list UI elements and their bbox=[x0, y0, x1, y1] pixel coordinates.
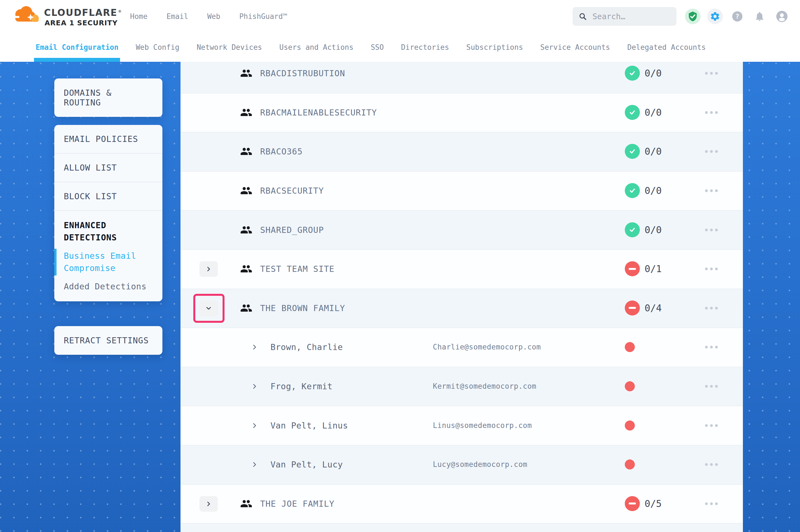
sidebar-item-business-email-compromise[interactable]: Business Email Compromise bbox=[54, 247, 162, 278]
check-icon bbox=[629, 70, 636, 77]
tab-delegated-accounts[interactable]: Delegated Accounts bbox=[627, 33, 706, 62]
collapse-button[interactable] bbox=[199, 301, 218, 316]
sidebar-item-allow-list[interactable]: ALLOW LIST bbox=[54, 154, 162, 182]
tab-web-config[interactable]: Web Config bbox=[136, 33, 179, 62]
minus-icon bbox=[629, 307, 636, 309]
member-email: Linus@somedemocorp.com bbox=[433, 421, 532, 430]
table-row-partial bbox=[181, 524, 743, 532]
group-icon bbox=[240, 185, 252, 197]
group-name: RBACMAILENABLESECURITY bbox=[260, 108, 377, 117]
status-badge-allowed bbox=[625, 222, 640, 238]
member-name: Van Pelt, Linus bbox=[271, 420, 348, 430]
group-icon bbox=[240, 224, 252, 236]
account-button[interactable] bbox=[774, 8, 790, 24]
group-name: TEST TEAM SITE bbox=[260, 264, 334, 274]
status-badge-allowed bbox=[625, 183, 640, 198]
avatar-icon bbox=[776, 10, 788, 22]
member-count: 0/0 bbox=[644, 68, 661, 79]
chevron-right-icon bbox=[251, 344, 258, 350]
row-menu-button[interactable] bbox=[705, 70, 718, 77]
shield-check-icon bbox=[688, 11, 698, 22]
table-row: THE BROWN FAMILY0/4 bbox=[181, 289, 743, 328]
group-icon bbox=[240, 497, 252, 510]
row-menu-button[interactable] bbox=[705, 227, 718, 233]
group-icon bbox=[240, 263, 252, 275]
group-name: RBACO365 bbox=[260, 147, 303, 156]
member-row: Frog, KermitKermit@somedemocorp.com bbox=[181, 367, 743, 406]
sidebar-card-policies: EMAIL POLICIESALLOW LISTBLOCK LISTENHANC… bbox=[54, 125, 162, 301]
tab-users-and-actions[interactable]: Users and Actions bbox=[279, 33, 353, 62]
row-menu-button[interactable] bbox=[705, 344, 718, 350]
expand-button[interactable] bbox=[199, 496, 218, 512]
chevron-right-icon[interactable] bbox=[251, 461, 258, 468]
help-button[interactable]: ? bbox=[729, 8, 745, 24]
sidebar-item-added-detections[interactable]: Added Detections bbox=[54, 278, 162, 301]
sidebar-card-domains: DOMAINS & ROUTING bbox=[54, 78, 162, 117]
tab-directories[interactable]: Directories bbox=[401, 33, 449, 62]
row-menu-button[interactable] bbox=[705, 109, 718, 115]
sidebar-item-block-list[interactable]: BLOCK LIST bbox=[54, 182, 162, 211]
member-count: 0/0 bbox=[644, 146, 661, 157]
expand-button[interactable] bbox=[199, 261, 218, 277]
group-icon bbox=[240, 302, 252, 314]
tab-subscriptions[interactable]: Subscriptions bbox=[466, 33, 523, 62]
row-menu-button[interactable] bbox=[705, 500, 718, 507]
settings-button[interactable] bbox=[707, 8, 723, 24]
status-badge-blocked bbox=[625, 496, 640, 511]
sidebar-item-email-policies[interactable]: EMAIL POLICIES bbox=[54, 125, 162, 154]
member-row: Van Pelt, LinusLinus@somedemocorp.com bbox=[181, 406, 743, 445]
table-row: RBACMAILENABLESECURITY0/0 bbox=[181, 94, 743, 133]
topnav-item-web[interactable]: Web bbox=[207, 12, 220, 21]
sidebar-item-domains-routing[interactable]: DOMAINS & ROUTING bbox=[54, 78, 162, 117]
group-icon bbox=[240, 302, 252, 314]
gear-icon bbox=[710, 11, 720, 22]
security-shield-button[interactable] bbox=[685, 8, 701, 24]
chevron-right-icon bbox=[205, 501, 212, 507]
member-row: Brown, CharlieCharlie@somedemocorp.com bbox=[181, 328, 743, 367]
config-subnav: Email ConfigurationWeb ConfigNetwork Dev… bbox=[0, 33, 800, 62]
status-badge-blocked bbox=[625, 261, 640, 276]
check-icon bbox=[629, 187, 636, 194]
search-input[interactable] bbox=[592, 12, 671, 21]
member-email: Kermit@somedemocorp.com bbox=[433, 382, 537, 391]
member-count: 0/5 bbox=[644, 498, 661, 509]
member-count: 0/0 bbox=[644, 224, 661, 235]
member-email: Charlie@somedemocorp.com bbox=[433, 343, 541, 352]
row-menu-button[interactable] bbox=[705, 383, 718, 390]
search-box[interactable] bbox=[573, 7, 676, 25]
row-menu-button[interactable] bbox=[705, 422, 718, 429]
topnav-item-email[interactable]: Email bbox=[167, 12, 188, 21]
group-icon bbox=[240, 497, 252, 510]
row-menu-button[interactable] bbox=[705, 462, 718, 468]
row-menu-button[interactable] bbox=[705, 266, 718, 272]
topnav-item-phishguard[interactable]: PhishGuard™ bbox=[239, 12, 287, 21]
status-badge-allowed bbox=[625, 144, 640, 159]
minus-icon bbox=[629, 268, 636, 270]
check-icon bbox=[629, 148, 636, 155]
table-row: THE JOE FAMILY0/5 bbox=[181, 485, 743, 524]
row-menu-button[interactable] bbox=[705, 188, 718, 194]
table-row: RBACO3650/0 bbox=[181, 132, 743, 172]
group-name: RBACDISTRUBUTION bbox=[260, 69, 345, 78]
notifications-button[interactable] bbox=[752, 8, 767, 24]
tab-network-devices[interactable]: Network Devices bbox=[197, 33, 262, 62]
row-menu-button[interactable] bbox=[705, 149, 718, 155]
search-icon bbox=[579, 12, 587, 21]
group-icon bbox=[240, 146, 252, 158]
group-name: RBACSECURITY bbox=[260, 186, 324, 196]
chevron-right-icon[interactable] bbox=[251, 383, 258, 390]
chevron-right-icon bbox=[205, 266, 212, 272]
tab-email-configuration[interactable]: Email Configuration bbox=[36, 33, 119, 62]
row-menu-button[interactable] bbox=[705, 305, 718, 311]
sidebar-item-retract-settings[interactable]: RETRACT SETTINGS bbox=[54, 326, 162, 355]
chevron-right-icon[interactable] bbox=[251, 344, 258, 350]
topnav-item-home[interactable]: Home bbox=[130, 12, 148, 21]
chevron-right-icon[interactable] bbox=[251, 422, 258, 429]
tab-sso[interactable]: SSO bbox=[371, 33, 384, 62]
tab-service-accounts[interactable]: Service Accounts bbox=[540, 33, 610, 62]
group-icon bbox=[240, 224, 252, 236]
group-icon bbox=[240, 106, 252, 118]
brand-name: CLOUDFLARE® bbox=[44, 7, 122, 18]
chevron-down-icon bbox=[205, 305, 212, 311]
table-row: RBACDISTRUBUTION0/0 bbox=[181, 62, 743, 94]
